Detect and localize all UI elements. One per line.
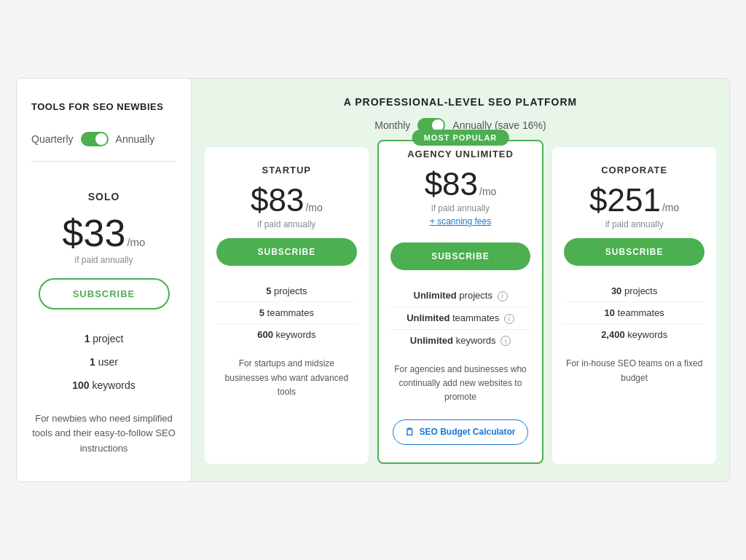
- seo-calculator-button[interactable]: 🗒 SEO Budget Calculator: [393, 419, 527, 445]
- solo-price-note: if paid annually: [74, 255, 133, 265]
- solo-plan-name: SOLO: [88, 191, 120, 202]
- corporate-feature-1: 30 projects: [564, 280, 704, 301]
- sidebar-title: TOOLS FOR SEO NEWBIES: [31, 100, 176, 114]
- projects-info-icon[interactable]: i: [498, 291, 508, 301]
- plans-grid: STARTUP $83 /mo if paid annually SUBSCRI…: [192, 147, 729, 481]
- keywords-info-icon[interactable]: i: [500, 336, 511, 346]
- pricing-container: TOOLS FOR SEO NEWBIES Quarterly Annually…: [16, 78, 730, 481]
- corporate-price: $251: [589, 184, 661, 216]
- startup-price-note: if paid annually: [257, 219, 315, 229]
- agency-feature-1: Unlimited projects i: [390, 285, 531, 307]
- main-title: A PROFESSIONAL-LEVEL SEO PLATFORM: [206, 96, 715, 108]
- sidebar: TOOLS FOR SEO NEWBIES Quarterly Annually…: [17, 79, 192, 481]
- agency-period: /mo: [479, 186, 496, 197]
- sidebar-toggle-row: Quarterly Annually: [31, 132, 176, 162]
- startup-features: 5 projects 5 teammates 600 keywords: [216, 280, 357, 345]
- popular-badge: MOST POPULAR: [412, 130, 509, 146]
- startup-price-block: $83 /mo: [251, 184, 323, 216]
- startup-plan-card: STARTUP $83 /mo if paid annually SUBSCRI…: [205, 147, 369, 463]
- corporate-price-note: if paid annually: [605, 219, 664, 229]
- startup-subscribe-button[interactable]: SUBSCRIBE: [216, 238, 357, 266]
- startup-period: /mo: [305, 202, 322, 213]
- agency-feature-2: Unlimited teammates i: [390, 307, 531, 329]
- corporate-plan-name: CORPORATE: [601, 165, 667, 176]
- teammates-info-icon[interactable]: i: [504, 314, 514, 324]
- agency-plan-name: AGENCY UNLIMITED: [407, 149, 514, 159]
- corporate-feature-2: 10 teammates: [564, 301, 704, 323]
- agency-price: $83: [425, 168, 478, 200]
- main-toggle-left-label: Monthly: [374, 119, 410, 131]
- startup-price: $83: [251, 184, 304, 216]
- calculator-icon: 🗒: [405, 427, 415, 438]
- corporate-description: For in-house SEO teams on a fixed budget: [564, 357, 704, 384]
- solo-subscribe-button[interactable]: SUBSCRIBE: [39, 278, 170, 309]
- solo-feature-2: 1 user: [31, 350, 176, 374]
- corporate-subscribe-button[interactable]: SUBSCRIBE: [564, 238, 704, 266]
- scanning-fees-link[interactable]: + scanning fees: [430, 216, 491, 226]
- solo-feature-list: 1 project 1 user 100 keywords: [31, 327, 176, 397]
- corporate-plan-card: CORPORATE $251 /mo if paid annually SUBS…: [552, 147, 716, 463]
- seo-calculator-label: SEO Budget Calculator: [419, 427, 515, 437]
- corporate-period: /mo: [662, 202, 679, 213]
- solo-price: $33: [63, 214, 126, 252]
- agency-features: Unlimited projects i Unlimited teammates…: [390, 285, 531, 351]
- corporate-price-block: $251 /mo: [589, 184, 679, 216]
- layout: TOOLS FOR SEO NEWBIES Quarterly Annually…: [17, 79, 729, 481]
- solo-plan: SOLO $33 /mo if paid annually SUBSCRIBE …: [31, 184, 176, 457]
- startup-description: For startups and midsize businesses who …: [216, 357, 357, 399]
- agency-price-block: $83 /mo: [425, 168, 497, 200]
- startup-feature-2: 5 teammates: [216, 301, 357, 323]
- sidebar-toggle-left-label: Quarterly: [31, 133, 74, 145]
- agency-plan-card: MOST POPULAR AGENCY UNLIMITED $83 /mo if…: [377, 140, 544, 463]
- solo-period: /mo: [127, 236, 145, 248]
- agency-feature-3: Unlimited keywords i: [390, 329, 531, 352]
- solo-description: For newbies who need simplified tools an…: [31, 411, 176, 457]
- agency-subscribe-button[interactable]: SUBSCRIBE: [390, 242, 531, 270]
- solo-feature-3: 100 keywords: [31, 374, 176, 397]
- corporate-features: 30 projects 10 teammates 2,400 keywords: [564, 280, 704, 345]
- corporate-feature-3: 2,400 keywords: [564, 323, 704, 345]
- solo-price-block: $33 /mo: [63, 214, 146, 252]
- startup-feature-3: 600 keywords: [216, 323, 357, 345]
- main-section: A PROFESSIONAL-LEVEL SEO PLATFORM Monthl…: [192, 79, 729, 481]
- startup-feature-1: 5 projects: [216, 280, 357, 301]
- agency-description: For agencies and businesses who continua…: [390, 363, 531, 405]
- startup-plan-name: STARTUP: [262, 165, 311, 176]
- sidebar-toggle-switch[interactable]: [81, 132, 109, 146]
- agency-price-note: if paid annually: [431, 203, 490, 213]
- solo-feature-1: 1 project: [31, 327, 176, 350]
- sidebar-toggle-right-label: Annually: [116, 133, 155, 145]
